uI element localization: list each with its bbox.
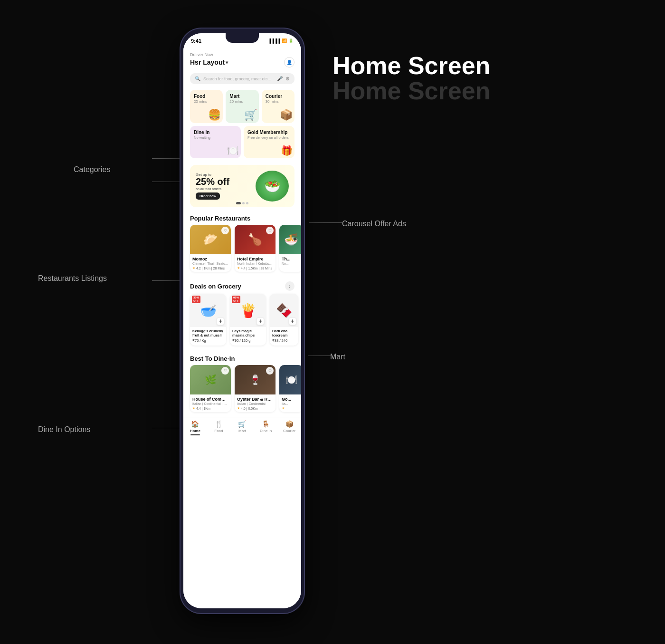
mart-annotation: Mart [330, 353, 345, 361]
dinein-third[interactable]: 🍽️ Go... Ita... ★ [279, 365, 301, 412]
mic-icon[interactable]: 🎤 [277, 76, 283, 81]
third-dinein-name: Go... [282, 397, 301, 402]
category-card-courier[interactable]: Courier 30 mins 📦 [262, 90, 294, 123]
third-dinein-image: 🍽️ [279, 365, 301, 394]
shadow-title: Home Screen [332, 77, 490, 105]
oyster-bar-heart[interactable]: ♡ [266, 367, 274, 375]
kelloggs-discount: 30%OFF [192, 296, 200, 303]
lays-add-button[interactable]: + [256, 317, 264, 325]
third-dinein-info: Go... Ita... ★ [279, 394, 301, 412]
gold-membership-card[interactable]: Gold Membership Free delivery on all ord… [244, 126, 294, 158]
location-name[interactable]: Hsr Layout ▾ [190, 58, 228, 66]
category-card-mart[interactable]: Mart 20 mins 🛒 [226, 90, 258, 123]
grocery-see-all-button[interactable]: › [285, 281, 294, 291]
star-icon: ★ [192, 266, 195, 270]
third-info: Th... No... [279, 254, 301, 267]
grocery-section-header: Deals on Grocery › [183, 277, 301, 294]
profile-icon[interactable]: 👤 [284, 57, 294, 67]
house-commons-cuisine: Italian | Continental | M... [192, 402, 228, 405]
dinein-annotation: Dine In Options [38, 425, 90, 434]
grocery-title: Deals on Grocery [190, 283, 241, 290]
restaurants-annotation: Restaurants Listings [38, 274, 107, 283]
grocery-lays[interactable]: 🍟 05%OFF + Lays magic masala chips ₹95 /… [230, 294, 266, 346]
dot-2 [242, 202, 245, 204]
empire-info: Hotel Empire North Indian | Kebabs |... … [235, 254, 276, 272]
house-commons-meta: ★ 4.4 | 1Km [192, 406, 228, 410]
food-category-emoji: 🍔 [208, 109, 221, 121]
mart-label: Mart [238, 429, 246, 433]
oyster-bar-cuisine: Italian | Continental [237, 402, 273, 405]
location-text: Hsr Layout [190, 58, 225, 66]
courier-label: Courier [283, 429, 295, 433]
dinein-house-of-commons[interactable]: 🌿 ♡ House of Common... Italian | Contine… [190, 365, 231, 412]
kelloggs-name: Kellogg's crunchy fruit & nut muesli [192, 329, 224, 337]
title-area: Home Screen Home Screen [332, 52, 490, 105]
filter-icon[interactable]: ⚙ [285, 76, 290, 81]
status-icons: ▐▐▐▐ 📶 🔋 [268, 38, 294, 43]
ann-line-dinein [152, 428, 180, 428]
dark-choc-add-button[interactable]: + [289, 317, 296, 325]
kelloggs-price: ₹70 / Kg [192, 338, 224, 343]
gold-sub: Free delivery on all orders [247, 135, 291, 140]
order-now-button[interactable]: Order now [196, 192, 220, 200]
battery-icon: 🔋 [288, 38, 294, 43]
kelloggs-add-button[interactable]: + [217, 317, 224, 325]
dinein-section-header: Best To Dine-In [183, 350, 301, 365]
ann-line-mart [308, 356, 331, 356]
restaurant-hotel-empire[interactable]: 🍗 ♡ Hotel Empire North Indian | Kebabs |… [235, 225, 276, 272]
phone-screen: 9:41 ▐▐▐▐ 📶 🔋 Deliver Now Hsr Layout ▾ 👤 [183, 33, 301, 608]
house-commons-image: 🌿 ♡ [190, 365, 231, 394]
grocery-dark-choc[interactable]: 🍫 + Dark cho icecream ₹88 / 240 [270, 294, 298, 346]
empire-cuisine: North Indian | Kebabs |... [237, 262, 273, 265]
gold-title: Gold Membership [247, 130, 291, 135]
category-courier-time: 30 mins [266, 99, 291, 104]
screen-content[interactable]: Deliver Now Hsr Layout ▾ 👤 🔍 Search for … [183, 48, 301, 608]
restaurant-third[interactable]: 🍜 Th... No... [279, 225, 301, 272]
nav-food[interactable]: 🍴 Food [210, 420, 227, 435]
nav-courier[interactable]: 📦 Courier [281, 420, 298, 435]
offer-banner[interactable]: Get up to 25% off on all food orders Ord… [190, 165, 294, 207]
food-label: Food [214, 429, 223, 433]
offer-food-image: 🥗 [256, 171, 289, 202]
nav-dine-in[interactable]: 🪑 Dine In [257, 420, 275, 435]
hotel-empire-image: 🍗 ♡ [235, 225, 276, 254]
kelloggs-info: Kellogg's crunchy fruit & nut muesli ₹70… [190, 327, 226, 343]
empire-heart-button[interactable]: ♡ [266, 227, 274, 234]
empire-rating: 4.4 | 1.5Km | 28 Mins [241, 267, 272, 270]
momoz-heart-button[interactable]: ♡ [221, 227, 229, 234]
offer-percent: 25% off [196, 177, 256, 186]
star-icon-3: ★ [192, 406, 195, 410]
category-food-name: Food [194, 94, 219, 99]
dark-choc-price: ₹88 / 240 [272, 338, 296, 343]
dine-in-card[interactable]: Dine in No waiting 🍽️ [190, 126, 241, 158]
lays-name: Lays magic masala chips [232, 329, 264, 337]
momoz-name: Momoz [192, 257, 228, 261]
dot-1 [236, 202, 241, 204]
search-bar[interactable]: 🔍 Search for food, grocery, meat etc... … [190, 73, 294, 84]
third-bg: 🍜 [279, 225, 301, 254]
lays-info: Lays magic masala chips ₹95 / 120 g [230, 327, 266, 343]
house-commons-heart[interactable]: ♡ [221, 367, 229, 375]
dark-choc-image: 🍫 + [270, 294, 298, 327]
kelloggs-emoji: 🥣 [200, 303, 217, 318]
dot-3 [246, 202, 248, 204]
search-icon: 🔍 [195, 76, 200, 81]
house-commons-rating: 4.4 | 1Km [196, 407, 210, 410]
courier-category-emoji: 📦 [280, 109, 293, 121]
wifi-icon: 📶 [282, 38, 287, 43]
dark-choc-name: Dark cho icecream [272, 329, 296, 337]
lays-discount: 05%OFF [232, 296, 240, 303]
star-icon-4: ★ [237, 406, 240, 410]
dinein-oyster-bar[interactable]: 🍷 ♡ Oyster Bar & Rest... Italian | Conti… [235, 365, 276, 412]
chevron-down-icon: ▾ [226, 60, 228, 65]
restaurant-momoz[interactable]: 🥟 ♡ Momoz Chinese | Thai | Seafo... ★ 4.… [190, 225, 231, 272]
nav-home[interactable]: 🏠 Home [187, 420, 204, 435]
offer-text-area: Get up to 25% off on all food orders Ord… [196, 173, 256, 200]
grocery-kelloggs[interactable]: 🥣 30%OFF + Kellogg's crunchy fruit & nut… [190, 294, 226, 346]
courier-nav-icon: 📦 [285, 420, 294, 428]
third-restaurant-image: 🍜 [279, 225, 301, 254]
momoz-meta: ★ 4.2 | 1Km | 28 Mins [192, 266, 228, 270]
nav-mart[interactable]: 🛒 Mart [234, 420, 251, 435]
category-card-food[interactable]: Food 25 mins 🍔 [190, 90, 223, 123]
ann-line-rest [152, 280, 180, 281]
